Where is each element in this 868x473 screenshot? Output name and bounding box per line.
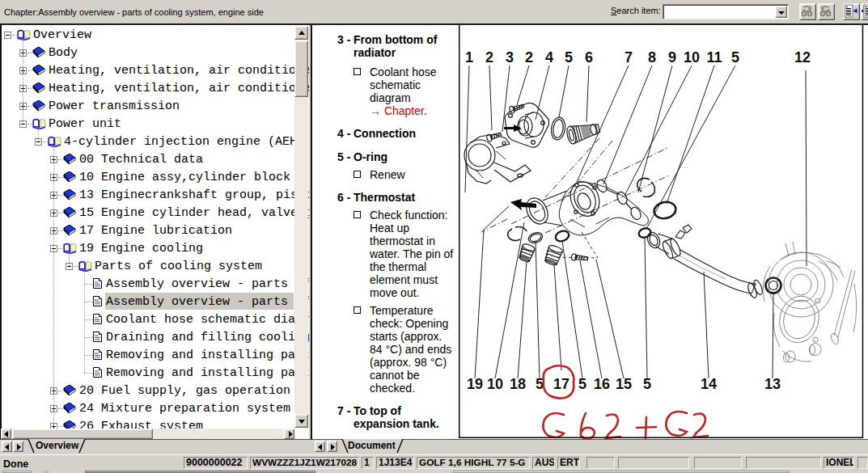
svg-text:12: 12 <box>794 49 811 65</box>
svg-text:10: 10 <box>684 49 700 65</box>
svg-text:6: 6 <box>585 49 593 65</box>
svg-text:4: 4 <box>545 49 553 65</box>
svg-text:5: 5 <box>565 49 573 65</box>
svg-text:1: 1 <box>465 49 473 65</box>
svg-text:2: 2 <box>485 49 493 65</box>
svg-text:7: 7 <box>625 49 633 65</box>
svg-text:3: 3 <box>506 49 514 65</box>
svg-text:2: 2 <box>525 49 533 65</box>
svg-text:11: 11 <box>706 49 722 65</box>
svg-text:17: 17 <box>553 376 569 392</box>
svg-text:8: 8 <box>648 49 656 65</box>
svg-text:9: 9 <box>668 49 676 65</box>
svg-text:5: 5 <box>731 49 739 65</box>
